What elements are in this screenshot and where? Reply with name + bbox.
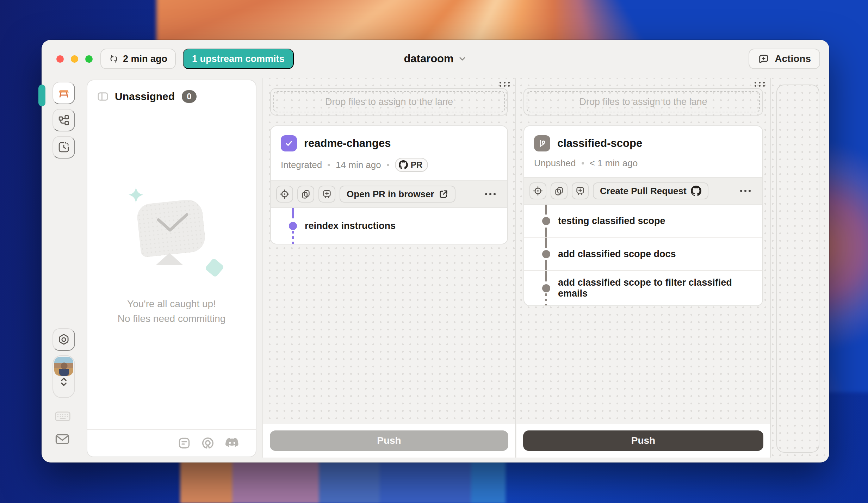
chevron-up-down-icon xyxy=(58,376,69,388)
commit-row[interactable]: reindex instructions xyxy=(271,208,507,244)
branch-card-readme-changes: readme-changes Integrated 14 min ago PR xyxy=(270,125,508,244)
create-pull-request-button[interactable]: Create Pull Request xyxy=(593,182,708,199)
open-pr-button[interactable]: Open PR in browser xyxy=(340,186,455,203)
commit-rail-line xyxy=(545,238,547,248)
file-drop-zone[interactable]: Drop files to assign to the lane xyxy=(523,88,763,116)
traffic-lights xyxy=(56,55,93,63)
lane-classified-scope: Drop files to assign to the lane classif… xyxy=(516,78,771,458)
commit-rail-line xyxy=(545,260,547,270)
branch-toolbar: Open PR in browser xyxy=(271,180,507,208)
commit-rail-line xyxy=(545,228,547,237)
user-avatar xyxy=(54,357,73,376)
lane-footer: Push xyxy=(516,424,770,458)
commit-rail-dotted xyxy=(545,293,547,305)
minimize-window-button[interactable] xyxy=(71,55,78,63)
pr-badge-label: PR xyxy=(411,160,422,170)
commit-rail-line xyxy=(545,271,547,281)
more-options-button[interactable] xyxy=(482,190,498,198)
empty-lane-outline xyxy=(776,85,819,453)
target-commit-button[interactable] xyxy=(276,186,293,203)
push-button[interactable]: Push xyxy=(270,430,508,451)
close-window-button[interactable] xyxy=(56,55,64,63)
meta-separator-dot xyxy=(582,162,584,164)
github-icon xyxy=(399,160,408,169)
commit-list: testing classified scope add classified … xyxy=(524,205,762,305)
copy-button[interactable] xyxy=(551,182,568,199)
project-name: dataroom xyxy=(404,52,453,65)
app-window: 2 min ago 1 upstream commits dataroom Ac… xyxy=(42,40,829,462)
empty-state-illustration xyxy=(115,186,228,281)
sync-refresh-icon xyxy=(109,54,119,64)
branch-name[interactable]: readme-changes xyxy=(304,137,391,150)
commit-message: testing classified scope xyxy=(558,216,665,226)
commit-dot xyxy=(542,284,550,292)
more-options-button[interactable] xyxy=(737,187,754,195)
open-pr-label: Open PR in browser xyxy=(347,189,434,200)
drop-zone-hint: Drop files to assign to the lane xyxy=(273,91,505,112)
sync-time-label: 2 min ago xyxy=(123,54,167,64)
changelog-icon[interactable] xyxy=(178,436,191,450)
file-drop-zone[interactable]: Drop files to assign to the lane xyxy=(270,88,508,116)
actions-sparkle-icon xyxy=(758,53,770,65)
lane-drag-handle[interactable] xyxy=(753,81,766,87)
create-pr-label: Create Pull Request xyxy=(600,186,687,197)
unassigned-footer xyxy=(87,429,256,457)
meta-separator-dot xyxy=(328,164,330,166)
commit-row[interactable]: testing classified scope xyxy=(524,205,762,237)
upstream-commits-badge[interactable]: 1 upstream commits xyxy=(183,49,294,69)
commit-list: reindex instructions xyxy=(271,208,507,244)
sidebar-item-workspace[interactable] xyxy=(52,82,75,104)
project-switcher[interactable]: dataroom xyxy=(404,40,467,78)
sidebar-item-history[interactable] xyxy=(52,136,75,159)
external-link-icon xyxy=(439,189,448,199)
lanes-canvas: Drop files to assign to the lane readme-… xyxy=(262,78,829,458)
add-review-button[interactable] xyxy=(318,186,335,203)
workspace-table-icon xyxy=(57,86,70,100)
branch-name[interactable]: classified-scope xyxy=(557,137,642,150)
push-button[interactable]: Push xyxy=(523,430,763,451)
fullscreen-window-button[interactable] xyxy=(85,55,93,63)
empty-state-title: You're all caught up! xyxy=(87,297,256,311)
unassigned-title: Unassigned xyxy=(115,91,175,103)
settings-button[interactable] xyxy=(52,328,75,351)
pr-badge[interactable]: PR xyxy=(395,158,428,172)
drop-zone-hint: Drop files to assign to the lane xyxy=(527,91,760,112)
add-review-button[interactable] xyxy=(572,182,589,199)
branch-toolbar: Create Pull Request xyxy=(524,177,762,205)
open-source-icon[interactable] xyxy=(201,436,215,450)
unassigned-panel: Unassigned 0 You're all caught up! No fi… xyxy=(87,80,256,457)
commit-rail-line xyxy=(545,205,547,215)
discord-icon[interactable] xyxy=(225,437,240,449)
empty-state: You're all caught up! No files need comm… xyxy=(87,186,256,326)
target-commit-button[interactable] xyxy=(529,182,546,199)
commit-message: reindex instructions xyxy=(305,221,396,231)
commit-rail-line xyxy=(292,208,294,218)
gear-icon xyxy=(57,333,70,346)
commit-row[interactable]: add classified scope to filter classifie… xyxy=(524,270,762,305)
diamond-icon xyxy=(205,258,224,278)
empty-state-subtitle: No files need committing xyxy=(87,311,256,326)
commit-dot xyxy=(289,222,297,230)
unassigned-count-badge: 0 xyxy=(182,90,197,103)
commit-rail-dotted xyxy=(292,231,294,244)
sidebar-item-branches[interactable] xyxy=(52,109,75,131)
split-panel-icon xyxy=(97,90,109,103)
mail-icon[interactable] xyxy=(55,433,70,445)
actions-button[interactable]: Actions xyxy=(749,49,820,69)
branch-status: Integrated xyxy=(281,160,322,170)
sync-status-button[interactable]: 2 min ago xyxy=(100,49,176,69)
history-clock-icon xyxy=(57,141,70,154)
github-icon xyxy=(691,186,701,196)
integrated-check-icon xyxy=(281,135,297,151)
branch-status: Unpushed xyxy=(534,158,576,169)
commit-row[interactable]: add classified scope docs xyxy=(524,237,762,270)
branch-glyph-icon xyxy=(534,135,550,151)
empty-blob-stand xyxy=(156,253,183,265)
lane-readme-changes: Drop files to assign to the lane readme-… xyxy=(263,78,516,458)
commit-dot xyxy=(542,250,550,258)
meta-separator-dot xyxy=(387,164,389,166)
keyboard-icon[interactable] xyxy=(55,410,71,422)
profile-switcher[interactable] xyxy=(52,355,75,398)
copy-button[interactable] xyxy=(297,186,314,203)
lane-drag-handle[interactable] xyxy=(498,81,511,87)
